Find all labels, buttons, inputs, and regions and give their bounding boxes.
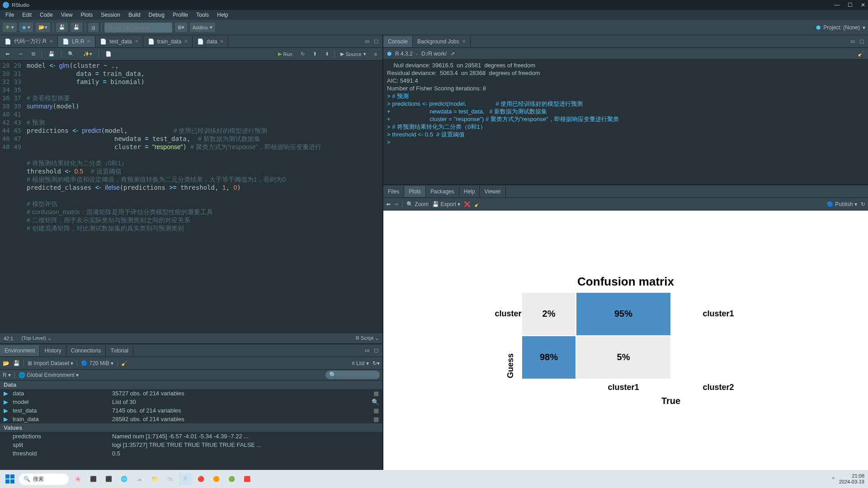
save-button[interactable]: 💾	[56, 23, 68, 32]
refresh-plot-button[interactable]: ↻	[861, 201, 865, 207]
source-tab[interactable]: 📄data✕	[193, 36, 228, 47]
plots-tab-plots[interactable]: Plots	[404, 186, 426, 197]
save-workspace-button[interactable]: 💾	[13, 360, 20, 366]
env-tab-history[interactable]: History	[40, 345, 66, 356]
source-button[interactable]: ▶Source ▾	[338, 50, 369, 58]
env-variable-row[interactable]: ▶data35727 obs. of 214 variables▦	[0, 389, 382, 398]
run-button[interactable]: ▶Run	[275, 50, 295, 58]
back-button[interactable]: ⬅	[3, 50, 12, 58]
open-file-button[interactable]: 📂▾	[36, 23, 50, 32]
taskbar-search[interactable]: 🔍 搜索	[19, 474, 69, 485]
load-workspace-button[interactable]: 📂	[3, 360, 9, 366]
minimize-button[interactable]: —	[834, 2, 840, 8]
maximize-pane-icon[interactable]: ▢	[373, 38, 380, 45]
environment-list[interactable]: Data▶data35727 obs. of 214 variables▦▶mo…	[0, 380, 382, 470]
menu-tools[interactable]: Tools	[193, 11, 212, 19]
memory-usage[interactable]: 🔵 720 MiB ▾	[81, 360, 113, 366]
wand-button[interactable]: ✨▾	[80, 50, 95, 58]
plot-prev-button[interactable]: ⬅	[386, 201, 391, 207]
go-up-button[interactable]: ⬆	[310, 50, 320, 58]
env-search-input[interactable]	[326, 371, 380, 379]
taskbar-chrome[interactable]: 🔴	[194, 473, 207, 485]
env-tab-tutorial[interactable]: Tutorial	[106, 345, 133, 356]
env-variable-row[interactable]: predictionsNamed num [1:7145] -6.57 -4.0…	[0, 432, 382, 441]
clear-workspace-button[interactable]: 🧹	[121, 360, 128, 366]
file-type-selector[interactable]: R Script ⌄	[356, 335, 379, 341]
taskbar-app-11[interactable]: 🟢	[225, 473, 238, 485]
env-tab-connections[interactable]: Connections	[66, 345, 106, 356]
language-selector[interactable]: R ▾	[3, 372, 11, 378]
minimize-console-icon[interactable]: ▭	[849, 38, 856, 45]
save-source-button[interactable]: 💾	[46, 50, 57, 58]
taskbar-store[interactable]: 🛍	[164, 473, 176, 485]
grid-button[interactable]: ⊞▾	[175, 23, 187, 32]
tray-chevron-icon[interactable]: ^	[832, 476, 835, 482]
env-tab-environment[interactable]: Environment	[0, 345, 40, 356]
close-button[interactable]: ✕	[861, 2, 865, 8]
rerun-button[interactable]: ↻	[298, 50, 307, 58]
menu-debug[interactable]: Debug	[145, 11, 168, 19]
find-button[interactable]: 🔍	[65, 50, 77, 58]
source-tab[interactable]: 📄test_data✕	[95, 36, 143, 47]
env-variable-row[interactable]: ▶modelList of 30🔍	[0, 398, 382, 406]
env-variable-row[interactable]: threshold0.5	[0, 449, 382, 458]
clear-plots-button[interactable]: 🧹	[474, 201, 481, 207]
maximize-button[interactable]: ☐	[848, 2, 853, 8]
save-all-button[interactable]: 💾	[71, 23, 82, 32]
env-variable-row[interactable]: ▶test_data7145 obs. of 214 variables▦	[0, 406, 382, 415]
publish-button[interactable]: 🔵 Publish ▾	[827, 201, 857, 207]
plot-next-button[interactable]: ➡	[394, 201, 399, 207]
code-editor[interactable]: 28 29 30 31 32 33 34 35 36 37 38 39 40 4…	[0, 61, 382, 333]
new-file-button[interactable]: ✚▾	[3, 23, 17, 32]
close-tab-icon[interactable]: ✕	[184, 39, 188, 44]
popout-wd-icon[interactable]: ↗	[450, 51, 455, 57]
menu-help[interactable]: Help	[213, 11, 232, 19]
env-variable-row[interactable]: ▶train_data28582 obs. of 214 variables▦	[0, 415, 382, 423]
taskbar-powerpoint[interactable]: 🟥	[241, 473, 253, 485]
clock-date[interactable]: 2024-03-19	[839, 479, 864, 485]
taskbar-app-10[interactable]: 🟠	[210, 473, 222, 485]
taskbar-app-5[interactable]: ☁	[133, 473, 146, 485]
addins-button[interactable]: Addins ▾	[190, 23, 215, 32]
taskbar-app-3[interactable]: ⬛	[102, 473, 115, 485]
taskbar-app-2[interactable]: ⬛	[87, 473, 99, 485]
taskbar-rstudio[interactable]: R	[179, 473, 192, 485]
print-button[interactable]: 🖨	[88, 23, 99, 32]
new-project-button[interactable]: ◆▾	[19, 23, 33, 32]
plots-tab-files[interactable]: Files	[383, 186, 404, 197]
env-variable-row[interactable]: splitlogi [1:35727] TRUE TRUE TRUE TRUE …	[0, 441, 382, 449]
clock-time[interactable]: 21:08	[839, 473, 864, 479]
close-tab-icon[interactable]: ✕	[220, 39, 223, 44]
close-tab-icon[interactable]: ✕	[135, 39, 138, 44]
list-view-button[interactable]: ≡ List ▾	[352, 360, 369, 366]
taskbar-files[interactable]: 📁	[148, 473, 161, 485]
menu-code[interactable]: Code	[36, 11, 57, 19]
plots-tab-viewer[interactable]: Viewer	[480, 186, 505, 197]
import-dataset-button[interactable]: ⊞ Import Dataset ▾	[28, 360, 73, 366]
minimize-pane-icon[interactable]: ▭	[363, 38, 371, 45]
scope-selector[interactable]: (Top Level) ⌄	[21, 335, 51, 341]
console-tab-background-jobs[interactable]: Background Jobs ✕	[413, 36, 471, 47]
taskbar-app-1[interactable]: 🌸	[71, 473, 84, 485]
outline-button[interactable]: ≡	[372, 51, 380, 58]
close-tab-icon[interactable]: ✕	[49, 39, 53, 44]
console-output[interactable]: Null deviance: 39616.5 on 28581 degrees …	[383, 60, 868, 184]
forward-button[interactable]: ➡	[16, 50, 25, 58]
refresh-env-button[interactable]: ↻▾	[373, 360, 380, 366]
menu-view[interactable]: View	[57, 11, 76, 19]
menu-file[interactable]: File	[2, 11, 18, 19]
goto-file-input[interactable]	[104, 23, 172, 33]
go-down-button[interactable]: ⬇	[322, 50, 332, 58]
start-button[interactable]	[4, 473, 16, 485]
show-in-new-window-button[interactable]: ⧉	[29, 50, 38, 58]
source-tab[interactable]: 📄LR.R✕	[58, 36, 95, 47]
close-tab-icon[interactable]: ✕	[87, 39, 90, 44]
menu-profile[interactable]: Profile	[169, 11, 192, 19]
plots-tab-packages[interactable]: Packages	[426, 186, 459, 197]
maximize-console-icon[interactable]: ▢	[858, 38, 865, 45]
compile-report-button[interactable]: 📄	[103, 50, 114, 58]
taskbar-edge[interactable]: 🌐	[118, 473, 130, 485]
scope-selector[interactable]: 🌐 Global Environment ▾	[19, 372, 79, 378]
menu-plots[interactable]: Plots	[77, 11, 97, 19]
plots-tab-help[interactable]: Help	[459, 186, 480, 197]
